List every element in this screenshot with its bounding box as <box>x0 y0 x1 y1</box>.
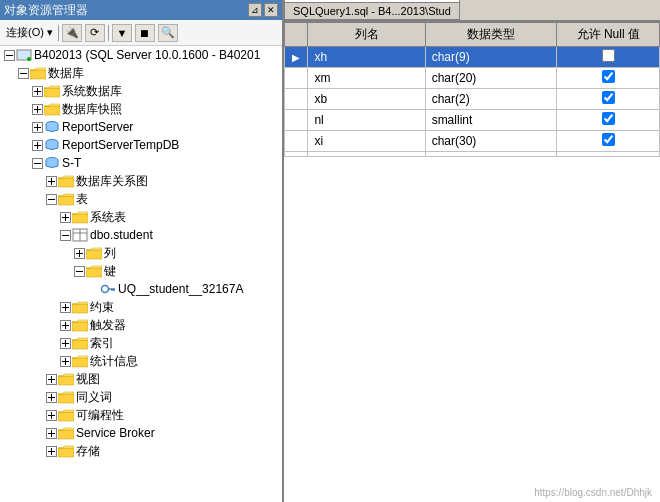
tree-item-dbdiagram[interactable]: 数据库关系图 <box>0 172 282 190</box>
tree-item-synonyms[interactable]: 同义词 <box>0 388 282 406</box>
tree-item-databases[interactable]: 数据库 <box>0 64 282 82</box>
col-header-0: 列名 <box>308 23 425 47</box>
icon-columns <box>86 246 102 260</box>
tree-item-constraints[interactable]: 约束 <box>0 298 282 316</box>
expander-synonyms[interactable] <box>44 390 58 404</box>
expander-columns[interactable] <box>72 246 86 260</box>
expander-system-tables[interactable] <box>58 210 72 224</box>
svg-point-4 <box>27 57 31 61</box>
expander-reportservertempdb[interactable] <box>30 138 44 152</box>
cell-type-5[interactable] <box>425 152 557 157</box>
expander-st[interactable] <box>30 156 44 170</box>
nullable-checkbox-2[interactable] <box>602 91 615 104</box>
icon-storage <box>58 444 74 458</box>
tree-item-system-tables[interactable]: 系统表 <box>0 208 282 226</box>
cell-nullable-1[interactable] <box>557 68 660 89</box>
row-indicator-4 <box>285 131 308 152</box>
table-design-area[interactable]: 列名数据类型允许 Null 值 ▶xhchar(9)xmchar(20)xbch… <box>284 22 660 502</box>
cell-type-4[interactable]: char(30) <box>425 131 557 152</box>
tree-item-views[interactable]: 视图 <box>0 370 282 388</box>
icon-programmability <box>58 408 74 422</box>
toolbar-btn5[interactable]: 🔍 <box>158 24 178 42</box>
expander-snapshots[interactable] <box>30 102 44 116</box>
cell-nullable-2[interactable] <box>557 89 660 110</box>
toolbar-btn1[interactable]: 🔌 <box>62 24 82 42</box>
toolbar-btn3[interactable]: ▼ <box>112 24 132 42</box>
toolbar-btn2[interactable]: ⟳ <box>85 24 105 42</box>
expander-indexes[interactable] <box>58 336 72 350</box>
icon-reportserver <box>44 120 60 134</box>
tree-item-reportservertempdb[interactable]: ReportServerTempDB <box>0 136 282 154</box>
close-panel-button[interactable]: ✕ <box>264 3 278 17</box>
tree-item-statistics[interactable]: 统计信息 <box>0 352 282 370</box>
tree-item-snapshots[interactable]: 数据库快照 <box>0 100 282 118</box>
expander-views[interactable] <box>44 372 58 386</box>
expander-triggers[interactable] <box>58 318 72 332</box>
expander-databases[interactable] <box>16 66 30 80</box>
table-body: ▶xhchar(9)xmchar(20)xbchar(2)nlsmallintx… <box>285 47 660 157</box>
label-synonyms: 同义词 <box>76 389 112 406</box>
expander-tables[interactable] <box>44 192 58 206</box>
tree-item-st[interactable]: S-T <box>0 154 282 172</box>
expander-dbo-student[interactable] <box>58 228 72 242</box>
expander-programmability[interactable] <box>44 408 58 422</box>
tree-item-system-db[interactable]: 系统数据库 <box>0 82 282 100</box>
expander-statistics[interactable] <box>58 354 72 368</box>
expander-storage[interactable] <box>44 444 58 458</box>
tree-item-server[interactable]: B402013 (SQL Server 10.0.1600 - B40201 <box>0 46 282 64</box>
icon-dbo-student <box>72 228 88 242</box>
tree-item-columns[interactable]: 列 <box>0 244 282 262</box>
label-uq-key: UQ__student__32167A <box>118 282 243 296</box>
tree-item-uq-key[interactable]: UQ__student__32167A <box>0 280 282 298</box>
icon-triggers <box>72 318 88 332</box>
tree-container[interactable]: B402013 (SQL Server 10.0.1600 - B40201数据… <box>0 46 282 502</box>
connect-button[interactable]: 连接(O) ▾ <box>4 25 55 40</box>
label-triggers: 触发器 <box>90 317 126 334</box>
object-explorer-panel: 对象资源管理器 ⊿ ✕ 连接(O) ▾ 🔌 ⟳ ▼ ⏹ 🔍 B402013 (S… <box>0 0 284 502</box>
cell-name-1[interactable]: xm <box>308 68 425 89</box>
tab-tab-query[interactable]: SQLQuery1.sql - B4...2013\Stud <box>284 2 460 20</box>
tree-item-triggers[interactable]: 触发器 <box>0 316 282 334</box>
label-constraints: 约束 <box>90 299 114 316</box>
nullable-checkbox-0[interactable] <box>602 49 615 62</box>
tree-item-tables[interactable]: 表 <box>0 190 282 208</box>
nullable-checkbox-1[interactable] <box>602 70 615 83</box>
cell-nullable-0[interactable] <box>557 47 660 68</box>
cell-name-5[interactable] <box>308 152 425 157</box>
label-views: 视图 <box>76 371 100 388</box>
pin-button[interactable]: ⊿ <box>248 3 262 17</box>
icon-constraints <box>72 300 88 314</box>
tree-item-service-broker[interactable]: Service Broker <box>0 424 282 442</box>
cell-name-3[interactable]: nl <box>308 110 425 131</box>
tree-item-keys[interactable]: 键 <box>0 262 282 280</box>
cell-nullable-3[interactable] <box>557 110 660 131</box>
cell-type-0[interactable]: char(9) <box>425 47 557 68</box>
expander-server[interactable] <box>2 48 16 62</box>
tree-item-indexes[interactable]: 索引 <box>0 334 282 352</box>
cell-type-2[interactable]: char(2) <box>425 89 557 110</box>
label-indexes: 索引 <box>90 335 114 352</box>
panel-title-bar: 对象资源管理器 ⊿ ✕ <box>0 0 282 20</box>
tree-item-dbo-student[interactable]: dbo.student <box>0 226 282 244</box>
expander-constraints[interactable] <box>58 300 72 314</box>
tree-item-reportserver[interactable]: ReportServer <box>0 118 282 136</box>
cell-type-3[interactable]: smallint <box>425 110 557 131</box>
nullable-checkbox-3[interactable] <box>602 112 615 125</box>
expander-dbdiagram[interactable] <box>44 174 58 188</box>
cell-nullable-5[interactable] <box>557 152 660 157</box>
expander-reportserver[interactable] <box>30 120 44 134</box>
expander-keys[interactable] <box>72 264 86 278</box>
tree-item-storage[interactable]: 存储 <box>0 442 282 460</box>
label-databases: 数据库 <box>48 65 84 82</box>
cell-name-4[interactable]: xi <box>308 131 425 152</box>
cell-nullable-4[interactable] <box>557 131 660 152</box>
tree-item-programmability[interactable]: 可编程性 <box>0 406 282 424</box>
tab-bar: B402013.S-T - dbo.studentSQLQuery1.sql -… <box>284 0 660 22</box>
expander-service-broker[interactable] <box>44 426 58 440</box>
cell-name-2[interactable]: xb <box>308 89 425 110</box>
cell-name-0[interactable]: xh <box>308 47 425 68</box>
expander-system-db[interactable] <box>30 84 44 98</box>
nullable-checkbox-4[interactable] <box>602 133 615 146</box>
cell-type-1[interactable]: char(20) <box>425 68 557 89</box>
toolbar-btn4[interactable]: ⏹ <box>135 24 155 42</box>
